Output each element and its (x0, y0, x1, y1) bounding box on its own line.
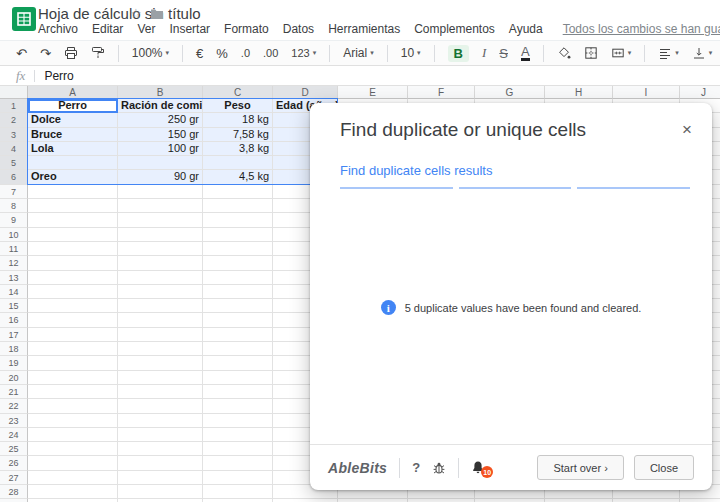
cell-B9[interactable] (118, 213, 203, 227)
cell-C11[interactable] (203, 242, 273, 256)
cell-C5[interactable] (203, 156, 273, 170)
cell-A5[interactable] (28, 156, 118, 170)
bold-button[interactable]: B (448, 45, 469, 62)
row-header-17[interactable]: 17 (0, 328, 28, 342)
cell-C9[interactable] (203, 213, 273, 227)
cell-A28[interactable] (28, 485, 118, 499)
cell-B16[interactable] (118, 313, 203, 327)
strikethrough-button[interactable]: S (499, 46, 508, 61)
cell-A15[interactable] (28, 299, 118, 313)
cell-B21[interactable] (118, 385, 203, 399)
sheets-logo-icon[interactable] (12, 7, 36, 31)
borders-icon[interactable] (584, 46, 598, 60)
formula-input[interactable]: Perro (44, 69, 73, 83)
cell-B15[interactable] (118, 299, 203, 313)
cell-A26[interactable] (28, 456, 118, 470)
zoom-select[interactable]: 100%▾ (132, 46, 169, 60)
cell-A27[interactable] (28, 471, 118, 485)
menu-item-datos[interactable]: Datos (283, 22, 314, 36)
close-button[interactable]: Close (634, 455, 694, 480)
cell-B22[interactable] (118, 399, 203, 413)
row-header-10[interactable]: 10 (0, 228, 28, 242)
result-link[interactable]: Find duplicate cells results (340, 163, 492, 178)
row-header-12[interactable]: 12 (0, 256, 28, 270)
cell-B4[interactable]: 100 gr (118, 142, 203, 156)
menu-item-ver[interactable]: Ver (137, 22, 155, 36)
cell-C15[interactable] (203, 299, 273, 313)
cell-C27[interactable] (203, 471, 273, 485)
cell-A1[interactable]: Perro (28, 99, 118, 113)
cell-A12[interactable] (28, 256, 118, 270)
row-header-3[interactable]: 3 (0, 128, 28, 142)
row-header-15[interactable]: 15 (0, 299, 28, 313)
cell-B20[interactable] (118, 371, 203, 385)
cell-A24[interactable] (28, 428, 118, 442)
cell-C4[interactable]: 3,8 kg (203, 142, 273, 156)
row-header-9[interactable]: 9 (0, 213, 28, 227)
cell-C28[interactable] (203, 485, 273, 499)
row-header-4[interactable]: 4 (0, 142, 28, 156)
column-header-I[interactable]: I (613, 86, 680, 99)
notifications-icon[interactable]: 10 (471, 460, 485, 475)
cell-C26[interactable] (203, 456, 273, 470)
bug-report-icon[interactable] (432, 461, 446, 475)
column-header-G[interactable]: G (475, 86, 545, 99)
cell-A9[interactable] (28, 213, 118, 227)
row-header-16[interactable]: 16 (0, 313, 28, 327)
row-header-13[interactable]: 13 (0, 271, 28, 285)
cell-A21[interactable] (28, 385, 118, 399)
font-size-select[interactable]: 10▾ (401, 46, 421, 60)
cell-C25[interactable] (203, 442, 273, 456)
row-header-24[interactable]: 24 (0, 428, 28, 442)
cell-B7[interactable] (118, 185, 203, 199)
cell-C14[interactable] (203, 285, 273, 299)
cell-B24[interactable] (118, 428, 203, 442)
column-header-B[interactable]: B (118, 86, 203, 99)
cell-A20[interactable] (28, 371, 118, 385)
column-header-H[interactable]: H (545, 86, 613, 99)
cell-B28[interactable] (118, 485, 203, 499)
cell-B8[interactable] (118, 199, 203, 213)
cell-B5[interactable] (118, 156, 203, 170)
row-header-25[interactable]: 25 (0, 442, 28, 456)
row-header-28[interactable]: 28 (0, 485, 28, 499)
cell-A3[interactable]: Bruce (28, 128, 118, 142)
format-percent-button[interactable]: % (216, 46, 228, 61)
paint-format-icon[interactable] (91, 46, 105, 60)
row-header-21[interactable]: 21 (0, 385, 28, 399)
cell-B11[interactable] (118, 242, 203, 256)
cell-B19[interactable] (118, 356, 203, 370)
column-header-E[interactable]: E (338, 86, 408, 99)
help-icon[interactable]: ? (412, 460, 420, 475)
vertical-align-button[interactable]: ▾ (692, 46, 713, 60)
row-header-20[interactable]: 20 (0, 371, 28, 385)
cell-C23[interactable] (203, 414, 273, 428)
merge-cells-button[interactable]: ▾ (611, 46, 632, 60)
row-header-23[interactable]: 23 (0, 414, 28, 428)
document-title[interactable]: Hoja de cálculo sin título (38, 5, 201, 22)
cell-A23[interactable] (28, 414, 118, 428)
close-icon[interactable]: × (682, 120, 692, 140)
cell-A7[interactable] (28, 185, 118, 199)
cell-A2[interactable]: Dolce (28, 113, 118, 127)
menu-item-insertar[interactable]: Insertar (169, 22, 210, 36)
cell-C16[interactable] (203, 313, 273, 327)
format-currency-button[interactable]: € (196, 46, 203, 61)
cell-B14[interactable] (118, 285, 203, 299)
cell-C21[interactable] (203, 385, 273, 399)
text-color-button[interactable]: A (521, 46, 530, 61)
decrease-decimals-button[interactable]: .0 (241, 47, 250, 59)
cell-B18[interactable] (118, 342, 203, 356)
more-formats-button[interactable]: 123▾ (291, 47, 316, 59)
cell-A16[interactable] (28, 313, 118, 327)
column-header-D[interactable]: D (273, 86, 338, 99)
cell-C3[interactable]: 7,58 kg (203, 128, 273, 142)
star-icon[interactable]: ☆ (130, 6, 142, 21)
cell-B3[interactable]: 150 gr (118, 128, 203, 142)
cell-A13[interactable] (28, 271, 118, 285)
menu-item-formato[interactable]: Formato (224, 22, 269, 36)
cell-C17[interactable] (203, 328, 273, 342)
cell-B23[interactable] (118, 414, 203, 428)
cell-B27[interactable] (118, 471, 203, 485)
cell-C2[interactable]: 18 kg (203, 113, 273, 127)
